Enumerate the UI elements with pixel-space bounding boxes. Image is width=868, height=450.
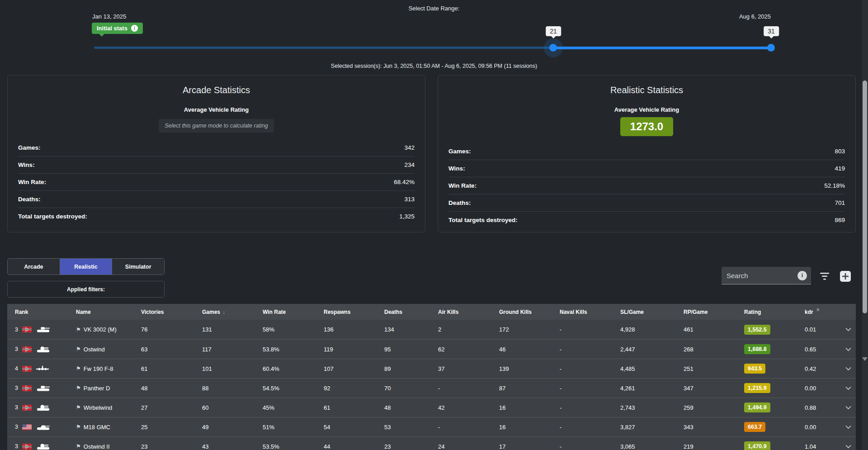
rating-badge: 1,470.9 (744, 441, 770, 450)
slider-track-active[interactable] (553, 47, 771, 49)
victories-cell: 23 (141, 443, 202, 450)
slider-left-tooltip: 21 (546, 26, 561, 36)
column-header-rating[interactable]: Rating (744, 309, 805, 315)
rank-number: 3 (15, 385, 18, 391)
air-kills-cell: 2 (438, 326, 499, 333)
expand-row-button[interactable] (845, 443, 856, 450)
stat-row: Deaths:701 (448, 194, 845, 212)
kdr-cell: 0.42 (805, 365, 845, 372)
stat-value: 234 (404, 161, 415, 168)
ground-kills-cell: 139 (499, 365, 560, 372)
stat-value: 701 (835, 199, 845, 206)
column-header-rank[interactable]: Rank (15, 309, 76, 315)
column-header-name[interactable]: Name (76, 309, 141, 315)
games-cell: 60 (202, 404, 263, 411)
column-header-games[interactable]: Games↓ (202, 308, 263, 315)
tab-simulator[interactable]: Simulator (112, 259, 164, 275)
table-row[interactable]: 3⚑Panther D488854.5%9270-87-4,2613471,21… (7, 378, 856, 398)
tab-realistic[interactable]: Realistic (60, 259, 113, 275)
search-box[interactable]: i (722, 267, 811, 284)
table-row[interactable]: 3⚑Ostwind II234353.5%44232417-3,0652191,… (7, 436, 856, 450)
vehicle-name: VK 3002 (M) (84, 326, 117, 333)
name-cell: ⚑Ostwind II (76, 443, 141, 450)
naval-kills-cell: - (560, 385, 620, 392)
stat-value: 1,325 (399, 213, 415, 220)
chevron-down-icon (845, 443, 851, 450)
rating-placeholder-note: Select this game mode to calculate ratin… (159, 119, 274, 133)
chevron-down-icon (845, 365, 851, 372)
remove-column-icon[interactable]: × (816, 307, 820, 313)
column-header-sl_game[interactable]: SL/Game (620, 309, 684, 315)
slider-track-inactive[interactable] (94, 47, 553, 49)
table-row[interactable]: 3⚑M18 GMC254951%5453-16-3,827343663.70.0… (7, 417, 856, 436)
stat-label: Wins: (18, 161, 35, 168)
avg-vehicle-rating-label: Average Vehicle Rating (438, 106, 855, 113)
filter-icon[interactable] (819, 272, 830, 280)
column-header-ground_kills[interactable]: Ground Kills (499, 309, 560, 315)
slider-right-handle[interactable] (767, 44, 775, 52)
rp-game-cell: 219 (684, 443, 744, 450)
expand-row-button[interactable] (845, 404, 856, 411)
column-header-naval_kills[interactable]: Naval Kills (560, 309, 620, 315)
slider-right-tooltip: 31 (764, 26, 779, 36)
expand-row-button[interactable] (845, 326, 856, 333)
scroll-down-arrow-icon[interactable] (862, 357, 868, 361)
respawns-cell: 92 (324, 385, 384, 392)
column-header-kdr[interactable]: kdr× (805, 309, 845, 315)
ground-kills-cell: 16 (499, 424, 560, 431)
kdr-cell: 1.04 (805, 443, 845, 450)
column-header-label: Deaths (384, 309, 402, 315)
expand-row-button[interactable] (845, 385, 856, 392)
initial-stats-badge[interactable]: Initial stats i (92, 23, 143, 34)
column-header-label: Naval Kills (560, 309, 587, 315)
date-range-slider[interactable] (0, 43, 868, 52)
add-column-icon[interactable] (840, 271, 851, 282)
respawns-cell: 107 (324, 365, 384, 372)
stat-value: 52.18% (824, 182, 845, 189)
expand-row-button[interactable] (845, 365, 856, 372)
search-input[interactable] (726, 271, 794, 280)
column-header-air_kills[interactable]: Air Kills (438, 309, 499, 315)
win-rate-cell: 58% (263, 326, 324, 333)
kdr-cell: 0.65 (805, 346, 845, 353)
column-header-win_rate[interactable]: Win Rate (263, 309, 324, 315)
column-header-deaths[interactable]: Deaths (384, 309, 438, 315)
chevron-down-icon (845, 326, 851, 333)
column-header-victories[interactable]: Victories (141, 309, 202, 315)
scrollbar-track[interactable] (862, 0, 868, 450)
sl-game-cell: 2,743 (620, 404, 684, 411)
rp-game-cell: 347 (684, 385, 744, 392)
kdr-cell: 0.01 (805, 326, 845, 333)
stat-value: 419 (835, 165, 845, 172)
stat-row: Wins:419 (448, 160, 845, 177)
rating-badge: 1,688.8 (744, 344, 770, 354)
info-icon[interactable]: i (131, 25, 138, 32)
deaths-cell: 134 (384, 326, 438, 333)
stat-label: Wins: (448, 165, 465, 172)
games-cell: 101 (202, 365, 263, 372)
naval-kills-cell: - (560, 365, 620, 372)
table-row[interactable]: 3⚑VK 3002 (M)7613158%1361342172-4,928461… (7, 320, 856, 339)
table-row[interactable]: 3⚑Wirbelwind276045%61484216-2,7432591,49… (7, 398, 856, 417)
tab-arcade[interactable]: Arcade (8, 259, 60, 275)
column-header-respawns[interactable]: Respawns (324, 309, 384, 315)
table-body: 3⚑VK 3002 (M)7613158%1361342172-4,928461… (7, 320, 856, 450)
sl-game-cell: 3,827 (620, 424, 684, 431)
vehicle-banner-icon: ⚑ (76, 327, 81, 333)
search-info-icon[interactable]: i (797, 271, 807, 280)
expand-row-button[interactable] (845, 424, 856, 431)
slider-left-handle[interactable] (549, 44, 557, 52)
table-row[interactable]: 3⚑Ostwind6311753.8%119956246-2,4472681,6… (7, 339, 856, 359)
air-kills-cell: 37 (438, 365, 499, 372)
stat-value: 803 (835, 148, 845, 155)
stat-row: Games:803 (448, 143, 845, 160)
vehicle-name: Ostwind II (84, 443, 110, 450)
ground-kills-cell: 16 (499, 404, 560, 411)
column-header-rp_game[interactable]: RP/Game (684, 309, 744, 315)
germany-flag-icon (22, 366, 32, 372)
scrollbar-thumb[interactable] (863, 81, 867, 313)
table-row[interactable]: 4⚑Fw 190 F-86110160.4%1078937139-4,48525… (7, 359, 856, 378)
expand-row-button[interactable] (845, 346, 856, 353)
applied-filters-box[interactable]: Applied filters: (7, 281, 165, 298)
spaa-icon (36, 443, 51, 450)
